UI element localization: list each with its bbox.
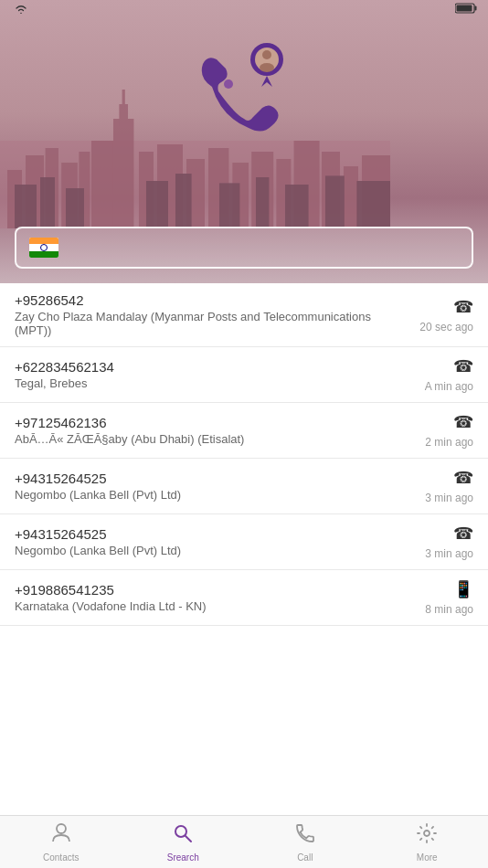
gear-tab-icon: [416, 822, 438, 850]
status-bar: [0, 0, 488, 18]
svg-rect-31: [285, 185, 309, 228]
tab-label-search: Srearch: [167, 852, 199, 863]
svg-rect-9: [91, 141, 113, 228]
call-time: 2 min ago: [425, 436, 473, 449]
call-number: +94315264525: [15, 526, 400, 542]
call-number: +97125462136: [15, 415, 400, 430]
tab-label-more: More: [417, 852, 438, 863]
svg-point-38: [224, 79, 233, 89]
phone-tab-icon: [294, 822, 316, 850]
wifi-icon: [15, 5, 27, 14]
call-location: AbĀ…Ā« ZĀŒĀ§aby (Abu Dhabi) (Etisalat): [15, 432, 400, 446]
search-icon: [172, 822, 194, 844]
call-number: +95286542: [15, 292, 400, 308]
gear-icon: [416, 822, 438, 844]
tab-label-call: Call: [297, 852, 313, 863]
call-left: +94315264525 Negombo (Lanka Bell (Pvt) L…: [15, 471, 400, 502]
call-time: A min ago: [425, 380, 473, 393]
svg-point-36: [262, 50, 271, 59]
svg-rect-26: [66, 188, 84, 228]
svg-rect-25: [40, 177, 55, 228]
svg-rect-28: [175, 174, 192, 228]
call-right: ☎ 3 min ago: [400, 524, 473, 560]
call-left: +97125462136 AbĀ…Ā« ZĀŒĀ§aby (Abu Dhabi)…: [15, 415, 400, 446]
call-item[interactable]: +97125462136 AbĀ…Ā« ZĀŒĀ§aby (Abu Dhabi)…: [0, 403, 488, 459]
hero-section: [0, 0, 488, 283]
call-type-icon: ☎: [453, 297, 473, 317]
call-left: +919886541235 Karnataka (Vodafone India …: [15, 582, 400, 613]
call-left: +94315264525 Negombo (Lanka Bell (Pvt) L…: [15, 526, 400, 557]
call-number: +919886541235: [15, 582, 400, 598]
call-right: 📱 8 min ago: [400, 579, 473, 616]
call-time: 3 min ago: [425, 492, 473, 504]
svg-rect-1: [475, 5, 477, 10]
call-number: +94315264525: [15, 471, 400, 486]
flag-box: [29, 238, 58, 258]
tab-bar: Contacts Srearch Call More: [0, 815, 488, 868]
call-time: 20 sec ago: [419, 321, 473, 333]
svg-rect-33: [356, 181, 390, 228]
call-right: ☎ A min ago: [400, 356, 473, 393]
svg-line-41: [186, 836, 191, 842]
svg-rect-32: [325, 175, 345, 228]
search-bar-container[interactable]: [15, 227, 473, 269]
india-flag: [29, 238, 58, 258]
tab-contacts[interactable]: Contacts: [0, 822, 122, 863]
call-right: ☎ 2 min ago: [400, 412, 473, 449]
search-tab-icon: [172, 822, 194, 850]
call-left: +95286542 Zay Cho Plaza Mandalay (Myanma…: [15, 292, 400, 337]
svg-rect-12: [122, 90, 125, 108]
call-item[interactable]: +622834562134 Tegal, Brebes ☎ A min ago: [0, 347, 488, 403]
svg-rect-10: [113, 119, 133, 228]
call-right: ☎ 3 min ago: [400, 468, 473, 504]
svg-rect-30: [256, 177, 269, 228]
svg-rect-27: [146, 181, 168, 228]
person-tab-icon: [50, 822, 72, 850]
svg-point-40: [175, 826, 186, 837]
tab-label-contacts: Contacts: [43, 852, 79, 863]
call-time: 8 min ago: [425, 603, 473, 616]
svg-rect-29: [219, 183, 239, 228]
call-location: Negombo (Lanka Bell (Pvt) Ltd): [15, 544, 400, 557]
svg-point-42: [424, 831, 430, 836]
call-type-icon: 📱: [453, 579, 473, 599]
call-type-icon: ☎: [453, 524, 473, 544]
contacts-icon: [50, 822, 72, 844]
call-left: +622834562134 Tegal, Brebes: [15, 359, 400, 390]
country-search-bar[interactable]: [15, 227, 473, 269]
tab-more[interactable]: More: [366, 822, 489, 863]
battery-icon: [455, 3, 477, 16]
svg-point-37: [260, 63, 274, 72]
tab-search[interactable]: Srearch: [122, 822, 245, 863]
phone-pin-illustration: [171, 37, 317, 146]
call-right: ☎ 20 sec ago: [400, 297, 473, 333]
call-type-icon: ☎: [453, 412, 473, 432]
call-icon: [294, 822, 316, 844]
svg-point-39: [57, 824, 66, 833]
svg-rect-22: [344, 166, 358, 228]
call-location: Karnataka (Vodafone India Ltd - KN): [15, 599, 400, 613]
svg-rect-24: [15, 185, 37, 228]
tab-call[interactable]: Call: [244, 822, 366, 863]
call-time: 3 min ago: [425, 547, 473, 560]
call-type-icon: ☎: [453, 356, 473, 376]
call-location: Negombo (Lanka Bell (Pvt) Ltd): [15, 488, 400, 502]
call-number: +622834562134: [15, 359, 400, 375]
call-type-icon: ☎: [453, 468, 473, 488]
carrier-label: [11, 5, 27, 14]
call-item[interactable]: +919886541235 Karnataka (Vodafone India …: [0, 570, 488, 626]
call-location: Tegal, Brebes: [15, 376, 400, 390]
call-location: Zay Cho Plaza Mandalay (Myanmar Posts an…: [15, 310, 400, 337]
call-log-list: +95286542 Zay Cho Plaza Mandalay (Myanma…: [0, 283, 488, 815]
call-item[interactable]: +94315264525 Negombo (Lanka Bell (Pvt) L…: [0, 514, 488, 570]
call-item[interactable]: +94315264525 Negombo (Lanka Bell (Pvt) L…: [0, 459, 488, 514]
call-item[interactable]: +95286542 Zay Cho Plaza Mandalay (Myanma…: [0, 283, 488, 347]
svg-rect-2: [457, 5, 472, 11]
